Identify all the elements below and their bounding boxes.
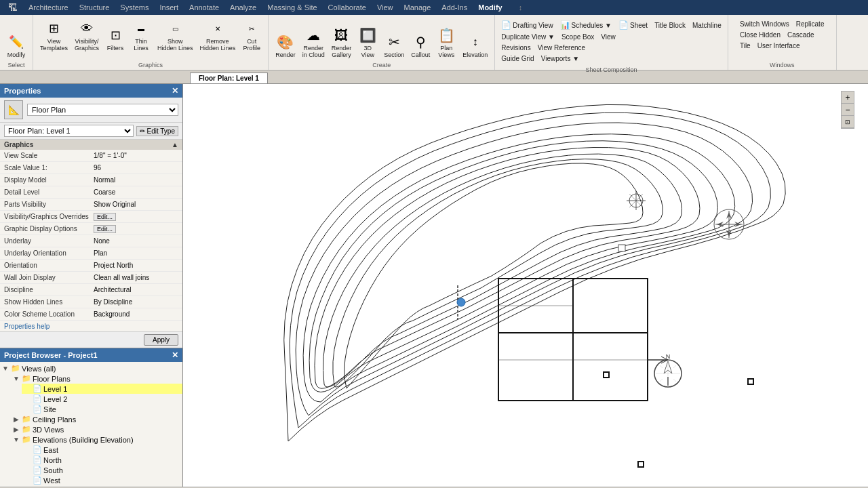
modify-button[interactable]: ✏️ Modify [4,31,28,60]
title-block-label: Title Block [654,22,686,29]
prop-view-scale-label: View Scale [4,152,92,159]
filters-icon: ⊡ [106,26,125,45]
menu-addins[interactable]: Add-Ins [436,2,473,13]
tree-item-views-all[interactable]: ▼ 📁 Views (all) [0,363,182,373]
zoom-out-button[interactable]: − [842,104,854,116]
vg-overrides-edit-btn[interactable]: Edit... [94,213,116,221]
cascade-button[interactable]: Cascade [785,30,816,39]
north-icon: 📄 [33,455,43,464]
menu-analyze[interactable]: Analyze [224,2,262,13]
graphics-section-label: Graphics [4,141,33,148]
scope-box-button[interactable]: Scope Box [559,33,596,41]
render-cloud-button[interactable]: ☁ Renderin Cloud [300,24,328,60]
prop-detail-level-label: Detail Level [4,188,92,196]
prop-show-hidden-lines-value: By Discipline [92,298,178,306]
tree-item-west[interactable]: 📄 West [22,475,182,485]
view-btn2-label: View [601,33,616,41]
app-icon[interactable]: 🏗 [3,1,23,14]
filters-button[interactable]: ⊡ Filters [103,24,127,54]
plan-views-button[interactable]: 📋 PlanViews [434,24,458,60]
tab-bar: Floor Plan: Level 1 [0,70,868,84]
menu-modify[interactable]: Modify [473,2,507,13]
show-hidden-lines-button[interactable]: ▭ ShowHidden Lines [155,18,196,54]
tree-item-floor-plans[interactable]: ▼ 📁 Floor Plans [11,373,182,384]
menu-structure[interactable]: Structure [74,2,115,13]
floor-plan-tab[interactable]: Floor Plan: Level 1 [190,73,268,83]
tree-item-east[interactable]: 📄 East [22,445,182,455]
props-help-link[interactable]: Properties help [4,323,50,330]
zoom-fit-button[interactable]: ⊡ [842,116,854,128]
thin-lines-button[interactable]: ▬ ThinLines [129,18,153,54]
menu-manage[interactable]: Manage [399,2,437,13]
matchline-button[interactable]: Matchline [690,21,724,30]
tree-item-elevations[interactable]: ▼ 📁 Elevations (Building Elevation) [11,434,182,445]
menu-annotate[interactable]: Annotate [184,2,224,13]
zoom-in-button[interactable]: + [842,92,854,104]
cut-profile-button[interactable]: ✂ CutProfile [239,18,264,54]
elevation-label: Elevation [462,52,488,59]
sheet-button[interactable]: 📄 Sheet [616,20,650,30]
switch-windows-button[interactable]: Switch Windows [738,20,791,28]
guide-grid-button[interactable]: Guide Grid [499,54,536,63]
3d-view-button[interactable]: 🔲 3DView [355,24,380,60]
tree-item-south[interactable]: 📄 South [22,465,182,475]
render-gallery-button[interactable]: 🖼 RenderGallery [329,24,355,60]
view-templates-label: ViewTemplates [40,39,68,52]
menu-insert[interactable]: Insert [155,2,184,13]
elevation-button[interactable]: ↕ Elevation [460,31,490,60]
project-browser-close[interactable]: ✕ [172,350,178,360]
tree-item-sections[interactable]: ▼ 📁 Sections (Building Section) [11,485,182,487]
menu-view[interactable]: View [372,2,399,13]
tree-item-site[interactable]: 📄 Site [22,404,182,414]
revisions-button[interactable]: Revisions [499,43,532,52]
render-button[interactable]: 🎨 Render [273,31,298,60]
prop-instance-select[interactable]: Floor Plan: Level 1 [4,125,134,137]
view-templates-button[interactable]: ⊞ ViewTemplates [37,18,71,54]
viewport[interactable]: .topo-line { fill: none; stroke: #222; s… [183,84,868,487]
schedules-icon: 📊 [560,20,570,30]
level1-icon: 📄 [33,384,43,393]
switch-windows-label: Switch Windows [740,20,789,28]
properties-close[interactable]: ✕ [172,86,178,96]
menu-massing[interactable]: Massing & Site [262,2,322,13]
select-label: Select [7,60,24,68]
graphics-section-header[interactable]: Graphics ▲ [0,140,182,150]
prop-orientation: Orientation Project North [0,260,182,272]
menu-architecture[interactable]: Architecture [23,2,74,13]
view-btn2[interactable]: View [599,33,618,41]
render-cloud-icon: ☁ [304,26,323,45]
tree-item-north[interactable]: 📄 North [22,455,182,465]
replicate-button[interactable]: Replicate [794,20,827,28]
viewports-label: Viewports ▼ [541,55,579,62]
graphic-display-edit-btn[interactable]: Edit... [94,225,116,233]
apply-button[interactable]: Apply [144,334,178,346]
ribbon-sheet-group: 📄 Drafting View 📊 Schedules ▼ 📄 Sheet Ti… [495,15,728,70]
properties-panel: Properties ✕ 📐 Floor Plan Floor Plan: Le… [0,84,182,348]
section-button[interactable]: ✂ Section [381,31,407,60]
prop-scale-value-val[interactable]: 96 [92,164,178,171]
duplicate-view-button[interactable]: Duplicate View ▼ [499,33,557,41]
callout-button[interactable]: ⚲ Callout [408,31,433,60]
user-interface-button[interactable]: User Interface [755,41,802,50]
view-reference-button[interactable]: View Reference [536,43,587,52]
prop-view-scale-value[interactable]: 1/8" = 1'-0" [92,152,178,159]
graphics-group-label: Graphics [138,60,163,68]
menu-symbol: ↕ [513,2,528,13]
visibility-graphics-button[interactable]: 👁 Visibility/Graphics [72,18,102,54]
tree-item-ceiling-plans[interactable]: ▶ 📁 Ceiling Plans [11,414,182,424]
drafting-view-button[interactable]: 📄 Drafting View [499,20,555,30]
remove-hidden-lines-button[interactable]: ✕ RemoveHidden Lines [197,18,239,54]
tile-button[interactable]: Tile [738,41,753,50]
prop-wall-join-value: Clean all wall joins [92,274,178,281]
tree-item-3d-views[interactable]: ▶ 📁 3D Views [11,424,182,434]
viewports-button[interactable]: Viewports ▼ [539,54,581,63]
close-hidden-button[interactable]: Close Hidden [738,30,783,39]
prop-type-select[interactable]: Floor Plan [27,104,178,116]
schedules-button[interactable]: 📊 Schedules ▼ [558,20,614,30]
menu-collaborate[interactable]: Collaborate [323,2,372,13]
tree-item-level1[interactable]: 📄 Level 1 [22,384,182,394]
title-block-button[interactable]: Title Block [652,21,688,30]
tree-item-level2[interactable]: 📄 Level 2 [22,394,182,404]
menu-systems[interactable]: Systems [115,2,154,13]
edit-type-button[interactable]: ✏ Edit Type [136,126,178,136]
